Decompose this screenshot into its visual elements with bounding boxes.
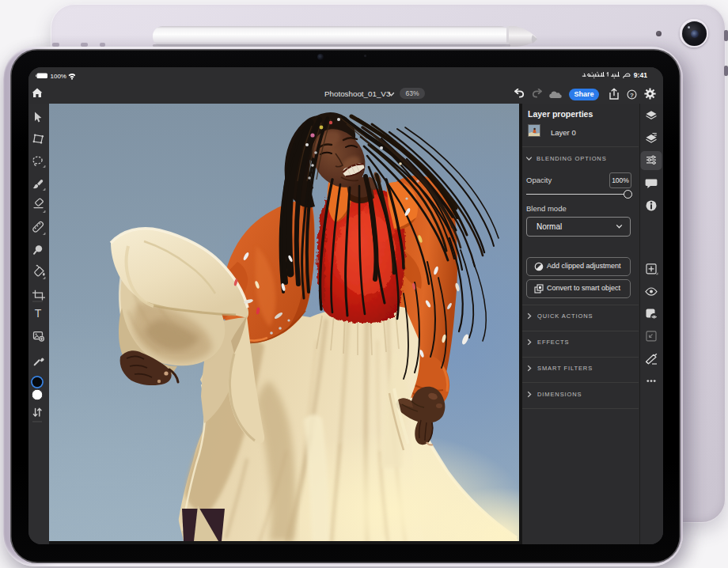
svg-text:9:41: 9:41 <box>634 71 647 79</box>
svg-text:T: T <box>35 307 42 320</box>
svg-text:100%: 100% <box>51 73 66 80</box>
svg-text:?: ? <box>630 92 634 99</box>
